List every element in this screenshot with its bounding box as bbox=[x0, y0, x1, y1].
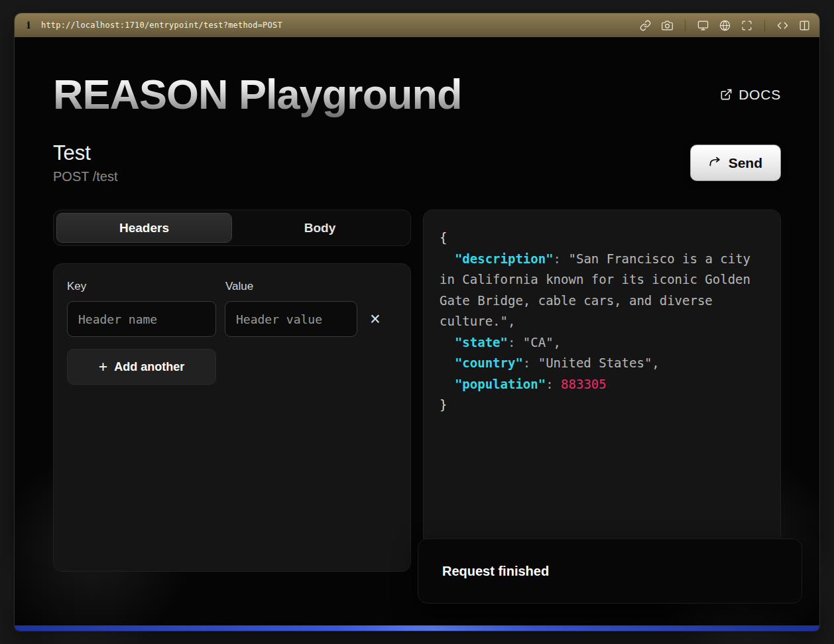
globe-icon[interactable] bbox=[719, 20, 731, 31]
header-value-input[interactable] bbox=[225, 301, 357, 337]
request-tabs: Headers Body bbox=[53, 210, 411, 246]
page-content: REASON Playground DOCS Test POST /test S… bbox=[15, 37, 819, 625]
add-another-button[interactable]: + Add another bbox=[67, 349, 216, 385]
layout-columns-icon[interactable] bbox=[799, 20, 810, 31]
response-json: { "description": "San Francisco is a cit… bbox=[440, 227, 764, 416]
endpoint-method-path: POST /test bbox=[53, 169, 117, 184]
remove-header-button[interactable]: × bbox=[366, 310, 385, 328]
header-row: × bbox=[67, 301, 397, 337]
external-link-icon bbox=[720, 88, 733, 101]
display-icon[interactable] bbox=[697, 20, 709, 31]
add-another-label: Add another bbox=[114, 360, 184, 374]
link-icon[interactable] bbox=[640, 20, 651, 31]
docs-label: DOCS bbox=[739, 87, 781, 103]
scan-icon[interactable] bbox=[741, 20, 752, 31]
send-label: Send bbox=[729, 155, 762, 171]
window-bottom-accent bbox=[15, 625, 819, 631]
page-title: REASON Playground bbox=[53, 72, 462, 117]
endpoint-name: Test bbox=[53, 141, 117, 165]
url-text[interactable]: http://localhost:1710/entrypoint/test?me… bbox=[41, 21, 282, 30]
toast-notification: Request finished bbox=[418, 539, 802, 604]
tab-body[interactable]: Body bbox=[232, 213, 408, 243]
toast-message: Request finished bbox=[442, 564, 549, 579]
plus-icon: + bbox=[99, 359, 107, 375]
browser-url-bar: i http://localhost:1710/entrypoint/test?… bbox=[15, 13, 819, 37]
info-icon: i bbox=[24, 19, 33, 31]
key-column-label: Key bbox=[67, 280, 216, 293]
endpoint-row: Test POST /test Send bbox=[53, 141, 781, 184]
code-icon[interactable] bbox=[777, 20, 788, 31]
page-header: REASON Playground DOCS bbox=[53, 72, 781, 117]
tab-headers[interactable]: Headers bbox=[56, 213, 232, 243]
value-column-label: Value bbox=[225, 280, 253, 293]
headers-panel: Key Value × + Add another bbox=[53, 263, 411, 572]
arrow-redo-icon bbox=[709, 157, 721, 169]
docs-link[interactable]: DOCS bbox=[720, 87, 781, 103]
app-window: i http://localhost:1710/entrypoint/test?… bbox=[15, 13, 819, 631]
request-column: Headers Body Key Value × + Add bbox=[53, 210, 411, 572]
header-key-input[interactable] bbox=[67, 301, 216, 337]
send-button[interactable]: Send bbox=[690, 145, 781, 181]
browser-toolbar-icons bbox=[640, 20, 810, 31]
camera-icon[interactable] bbox=[662, 20, 673, 31]
